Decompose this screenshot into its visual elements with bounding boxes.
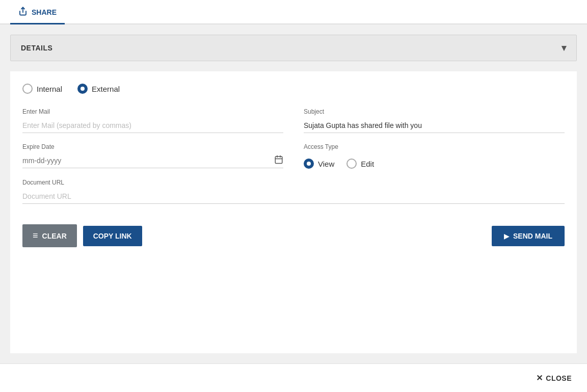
svg-rect-1 — [275, 156, 282, 164]
send-mail-button[interactable]: SEND MAIL — [492, 226, 565, 246]
close-button[interactable]: ✕ CLOSE — [536, 373, 572, 383]
radio-view[interactable]: View — [304, 159, 334, 169]
expire-date-field: Expire Date — [22, 143, 283, 169]
chevron-down-icon: ▾ — [562, 42, 567, 54]
document-url-field: Document URL — [22, 179, 565, 204]
calendar-icon[interactable] — [274, 155, 283, 166]
expire-date-input-wrapper — [22, 153, 283, 168]
radio-view-label: View — [318, 160, 334, 168]
expire-date-input[interactable] — [22, 153, 274, 168]
enter-mail-label: Enter Mail — [22, 108, 283, 115]
subject-label: Subject — [304, 108, 565, 115]
close-icon: ✕ — [536, 373, 543, 383]
access-type-label: Access Type — [304, 143, 565, 150]
radio-external-circle — [77, 84, 88, 94]
enter-mail-input[interactable] — [22, 118, 283, 133]
radio-internal-circle — [22, 84, 33, 94]
radio-external-label: External — [92, 85, 120, 93]
enter-mail-field: Enter Mail — [22, 108, 283, 133]
subject-field: Subject — [304, 108, 565, 133]
form-grid-top: Enter Mail Subject — [22, 108, 565, 133]
tab-bar: SHARE — [0, 0, 587, 24]
clear-button[interactable]: CLEAR — [22, 224, 77, 247]
access-type-field: Access Type View Edit — [304, 143, 565, 169]
details-accordion: DETAILS ▾ — [10, 35, 577, 61]
share-icon — [18, 7, 28, 18]
clear-label: CLEAR — [42, 232, 67, 240]
details-header[interactable]: DETAILS ▾ — [11, 35, 576, 61]
document-url-input[interactable] — [22, 189, 565, 204]
tab-share[interactable]: SHARE — [10, 2, 65, 24]
radio-view-circle — [304, 159, 314, 169]
copy-link-button[interactable]: COPY LINK — [83, 226, 142, 246]
radio-edit[interactable]: Edit — [346, 159, 374, 169]
document-url-label: Document URL — [22, 179, 565, 186]
button-bar: CLEAR COPY LINK SEND MAIL — [22, 224, 565, 247]
radio-external[interactable]: External — [77, 84, 120, 94]
tab-share-label: SHARE — [32, 8, 57, 16]
clear-icon — [33, 230, 38, 241]
radio-edit-label: Edit — [361, 160, 374, 168]
send-icon — [504, 232, 509, 240]
radio-internal[interactable]: Internal — [22, 84, 62, 94]
bottom-bar: ✕ CLOSE — [0, 363, 587, 392]
send-mail-label: SEND MAIL — [513, 232, 552, 240]
access-type-group: View Edit — [304, 159, 565, 169]
details-label: DETAILS — [21, 44, 52, 52]
close-label: CLOSE — [546, 374, 572, 382]
form-area: Internal External Enter Mail Subject Exp… — [10, 71, 577, 353]
expire-date-label: Expire Date — [22, 143, 283, 150]
radio-internal-label: Internal — [37, 85, 62, 93]
main-content: DETAILS ▾ Internal External Enter Mail S… — [0, 24, 587, 363]
radio-edit-circle — [346, 159, 357, 169]
radio-group: Internal External — [22, 84, 565, 94]
form-grid-middle: Expire Date Access Type — [22, 143, 565, 169]
subject-input[interactable] — [304, 118, 565, 133]
copy-link-label: COPY LINK — [93, 232, 132, 240]
